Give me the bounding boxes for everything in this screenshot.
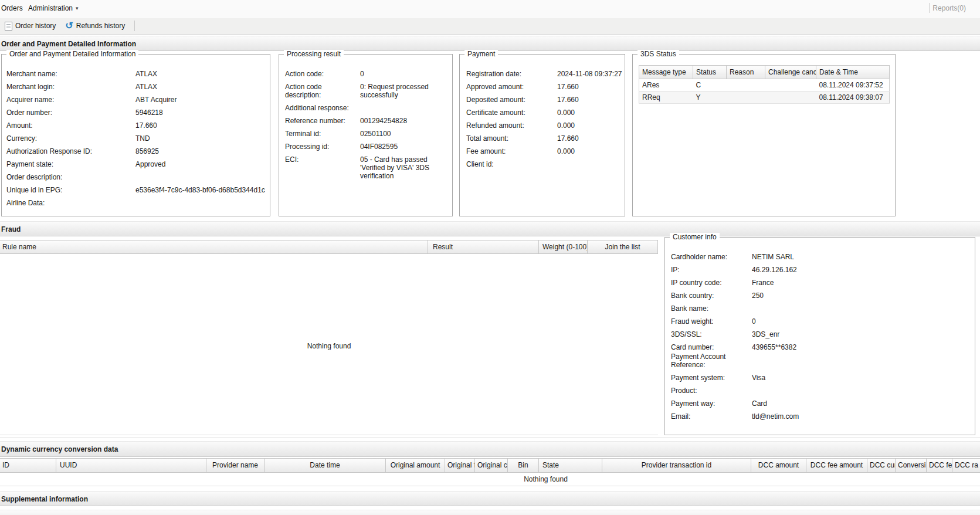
cell-status: Y xyxy=(693,92,727,104)
field-row: Payment state:Approved xyxy=(6,160,267,168)
field-label: Action code: xyxy=(285,70,360,78)
field-value: 0.000 xyxy=(557,109,622,117)
menu-item-label: Orders xyxy=(1,4,23,12)
section-title-supplemental: Supplemental information xyxy=(0,491,980,506)
divider xyxy=(0,438,980,438)
field-value xyxy=(135,199,267,207)
field-row: 3DS/SSL:3DS_enr xyxy=(671,330,972,338)
field-label: ECI: xyxy=(285,155,360,180)
field-label: Unique id in EPG: xyxy=(6,186,135,194)
dcc-table-header: ID UUID Provider name Date time Original… xyxy=(0,458,980,473)
cell-datetime: 08.11.2024 09:38:07 xyxy=(816,92,890,104)
field-value: 0 xyxy=(360,70,450,78)
field-label: Approved amount: xyxy=(466,83,557,91)
field-row: IP:46.29.126.162 xyxy=(671,266,972,274)
field-row: Merchant name:ATLAX xyxy=(6,70,267,78)
cell-challenge-cancel xyxy=(765,79,816,92)
column-header: Status xyxy=(693,66,727,79)
field-label: Airline Data: xyxy=(6,199,135,207)
field-value: 856925 xyxy=(135,147,267,155)
customer-info-groupbox: Customer info Cardholder name:NETIM SARL… xyxy=(664,237,975,435)
field-row: Order number:5946218 xyxy=(6,109,267,117)
field-label: Email: xyxy=(671,412,752,421)
column-header: Challenge cancel xyxy=(765,66,816,79)
field-label: Additional response: xyxy=(285,104,360,112)
field-value: tld@netim.com xyxy=(752,412,972,421)
field-label: Authorization Response ID: xyxy=(6,147,135,155)
cell-datetime: 08.11.2024 09:37:52 xyxy=(816,79,890,92)
field-row: Merchant login:ATLAX xyxy=(6,83,267,91)
menu-item-administration[interactable]: Administration▾ xyxy=(28,4,79,12)
field-label: Processing id: xyxy=(285,143,360,151)
order-info-groupbox: Order and Payment Detailed Information M… xyxy=(1,54,270,216)
field-label: Fraud weight: xyxy=(671,317,752,326)
field-row: Certificate amount:0.000 xyxy=(466,109,622,117)
field-row: Unique id in EPG:e536e3f4-7c9c-4d83-bf06… xyxy=(6,186,267,194)
payment-groupbox: Payment Registration date:2024-11-08 09:… xyxy=(459,54,625,216)
field-value: e536e3f4-7c9c-4d83-bf06-d68b5d344d1c xyxy=(135,186,267,194)
field-label: Deposited amount: xyxy=(466,96,557,104)
field-value: 46.29.126.162 xyxy=(752,266,972,274)
section-title-bottom-partial: Additional xyxy=(0,510,980,515)
field-label: Registration date: xyxy=(466,70,557,78)
field-value: 0 xyxy=(752,317,972,326)
field-label: Total amount: xyxy=(466,134,557,143)
field-label: Bank country: xyxy=(671,292,752,300)
field-label: Reference number: xyxy=(285,117,360,125)
field-value: TND xyxy=(135,134,267,143)
column-header-state: State xyxy=(539,458,602,473)
table-row[interactable]: RReq Y 08.11.2024 09:38:07 xyxy=(639,92,890,104)
reports-link[interactable]: Reports(0) xyxy=(932,4,966,12)
table-row[interactable]: ARes C 08.11.2024 09:37:52 xyxy=(639,79,890,92)
field-row: Amount:17.660 xyxy=(6,121,267,130)
field-value xyxy=(557,160,622,168)
field-value: 05 - Card has passed 'Verified by VISA' … xyxy=(360,155,450,180)
field-value: Approved xyxy=(135,160,267,168)
field-label: Payment state: xyxy=(6,160,135,168)
menu-item-orders[interactable]: Orders xyxy=(1,4,23,12)
cell-message-type: RReq xyxy=(639,92,693,104)
field-row: Acquirer name:ABT Acquirer xyxy=(6,96,267,104)
cell-status: C xyxy=(693,79,727,92)
refunds-history-label: Refunds history xyxy=(76,22,125,30)
field-row: Terminal id:02501100 xyxy=(285,130,450,138)
column-header-original-amount: Original amount xyxy=(386,458,445,473)
field-label: IP country code: xyxy=(671,279,752,287)
fraud-empty-text: Nothing found xyxy=(0,342,658,350)
column-header-date-time: Date time xyxy=(265,458,386,473)
document-icon xyxy=(5,22,12,31)
field-row: Authorization Response ID:856925 xyxy=(6,147,267,155)
order-history-label: Order history xyxy=(15,22,56,30)
menu-bar: Orders Administration▾ Reports(0) xyxy=(0,0,980,17)
dcc-empty-text: Nothing found xyxy=(0,473,980,486)
section-title-order-payment: Order and Payment Detailed Information xyxy=(0,36,980,51)
field-value: 2024-11-08 09:37:27 xyxy=(557,70,622,78)
cell-message-type: ARes xyxy=(639,79,693,92)
field-label: Merchant login: xyxy=(6,83,135,91)
field-value xyxy=(752,304,972,313)
refunds-history-button[interactable]: ↺ Refunds history xyxy=(60,19,130,33)
groupbox-legend: Order and Payment Detailed Information xyxy=(6,50,138,58)
field-value xyxy=(135,173,267,181)
field-value: 0.000 xyxy=(557,147,622,155)
threeds-status-table: Message type Status Reason Challenge can… xyxy=(639,65,890,104)
field-value: ABT Acquirer xyxy=(135,96,267,104)
column-header-dcc-fee: DCC fee xyxy=(927,458,952,473)
field-row: Payment way:Card xyxy=(671,399,972,408)
field-value: 17.660 xyxy=(557,83,622,91)
column-header-bin: Bin xyxy=(508,458,539,473)
field-value: ATLAX xyxy=(135,83,267,91)
field-row: Approved amount:17.660 xyxy=(466,83,622,91)
column-header-join-the-list: Join the list xyxy=(588,240,658,254)
groupbox-legend: Payment xyxy=(464,50,498,58)
field-value xyxy=(752,353,972,369)
field-label: Cardholder name: xyxy=(671,253,752,261)
order-history-button[interactable]: Order history xyxy=(0,19,60,33)
field-value: 3DS_enr xyxy=(752,330,972,338)
refund-arrows-icon: ↺ xyxy=(65,22,73,30)
field-row: Registration date:2024-11-08 09:37:27 xyxy=(466,70,622,78)
field-row: Payment system:Visa xyxy=(671,374,972,382)
groupbox-legend: Customer info xyxy=(670,233,720,241)
fraud-table-header: Rule name Result Weight (0-100) Join the… xyxy=(0,240,658,254)
groupbox-legend: Processing result xyxy=(284,50,344,58)
